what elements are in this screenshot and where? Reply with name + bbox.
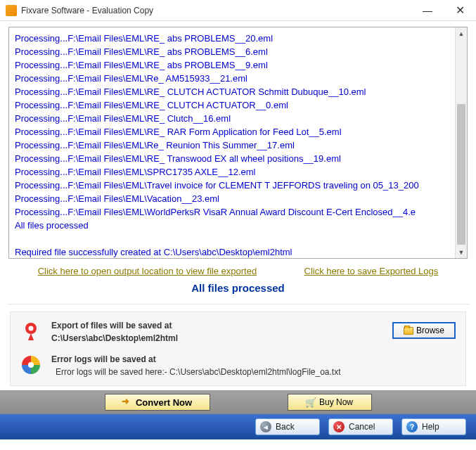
log-line: Processing...F:\Email Files\EML\SPRC1735… xyxy=(15,165,461,179)
convert-button[interactable]: Convert Now xyxy=(105,394,210,411)
export-row: Export of files will be saved at C:\User… xyxy=(20,319,456,345)
browse-button[interactable]: Browse xyxy=(392,322,456,339)
pin-icon xyxy=(20,321,41,342)
back-icon: ◄ xyxy=(260,421,271,432)
log-line: Processing...F:\Email Files\EML\RE_ abs … xyxy=(15,32,461,45)
log-line: Processing...F:\Email Files\EML\RE_ Tran… xyxy=(15,152,461,165)
browse-label: Browse xyxy=(416,326,444,335)
open-output-link[interactable]: Click here to open output location to vi… xyxy=(38,266,257,276)
errorlog-path: Error logs will be saved here:- C:\Users… xyxy=(51,366,456,378)
cancel-icon: ✕ xyxy=(333,421,345,432)
svg-point-2 xyxy=(28,362,34,368)
cancel-label: Cancel xyxy=(349,422,375,432)
log-line: Processing...F:\Email Files\EML\Travel i… xyxy=(15,179,461,192)
info-panel: Export of files will be saved at C:\User… xyxy=(10,311,466,386)
back-label: Back xyxy=(276,422,295,432)
log-line: Processing...F:\Email Files\EML\WorldPer… xyxy=(15,205,461,219)
divider xyxy=(7,304,469,304)
back-button[interactable]: ◄ Back xyxy=(255,418,320,435)
titlebar: Fixvare Software - Evaluation Copy — ✕ xyxy=(0,0,476,21)
export-path: C:\Users\abc\Desktop\eml2html xyxy=(51,332,392,345)
save-logs-link[interactable]: Click here to save Exported Logs xyxy=(304,266,439,276)
svg-point-1 xyxy=(29,326,34,331)
scroll-thumb[interactable] xyxy=(457,104,465,245)
help-label: Help xyxy=(422,422,439,432)
buy-button[interactable]: 🛒 Buy Now xyxy=(288,394,372,411)
log-textarea[interactable]: Processing...F:\Email Files\EML\RE_ abs … xyxy=(8,27,468,259)
app-icon xyxy=(6,5,17,16)
convert-icon xyxy=(122,397,132,407)
log-line: Processing...F:\Email Files\EML\Re_ Reun… xyxy=(15,139,461,152)
log-line: Processing...F:\Email Files\EML\RE_ abs … xyxy=(15,58,461,72)
close-button[interactable]: ✕ xyxy=(444,0,476,21)
log-line: Processing...F:\Email Files\EML\RE_ CLUT… xyxy=(15,85,461,98)
log-line: Processing...F:\Email Files\EML\Re_ AM51… xyxy=(15,72,461,85)
errorlog-header: Error logs will be saved at xyxy=(51,353,456,366)
log-line: Processing...F:\Email Files\EML\RE_ abs … xyxy=(15,45,461,58)
window-title: Fixvare Software - Evaluation Copy xyxy=(21,6,411,15)
log-line xyxy=(15,232,461,245)
scrollbar[interactable]: ▲ ▼ xyxy=(455,27,467,258)
convert-label: Convert Now xyxy=(136,397,192,408)
log-line: Required file successfully created at C:… xyxy=(15,245,461,259)
errorlog-row: Error logs will be saved at Error logs w… xyxy=(20,353,456,378)
folder-icon xyxy=(404,327,413,335)
status-text: All files processed xyxy=(0,278,476,304)
log-line: Processing...F:\Email Files\EML\Vacation… xyxy=(15,192,461,205)
scroll-down-icon[interactable]: ▼ xyxy=(456,246,467,258)
log-line: Processing...F:\Email Files\EML\RE_ RAR … xyxy=(15,125,461,139)
scroll-up-icon[interactable]: ▲ xyxy=(456,27,467,39)
export-header: Export of files will be saved at xyxy=(51,319,392,332)
help-button[interactable]: ? Help xyxy=(401,418,466,435)
log-line: Processing...F:\Email Files\EML\RE_ CLUT… xyxy=(15,98,461,112)
pie-icon xyxy=(20,354,41,375)
action-row: Convert Now 🛒 Buy Now xyxy=(0,390,476,414)
footer-row: ◄ Back ✕ Cancel ? Help xyxy=(0,414,476,439)
links-row: Click here to open output location to vi… xyxy=(0,262,476,278)
help-icon: ? xyxy=(406,421,418,432)
cancel-button[interactable]: ✕ Cancel xyxy=(328,418,393,435)
log-line: All files processed xyxy=(15,219,461,232)
buy-label: Buy Now xyxy=(319,397,353,407)
log-line: Processing...F:\Email Files\EML\RE_ Clut… xyxy=(15,112,461,125)
minimize-button[interactable]: — xyxy=(411,0,444,21)
cart-icon: 🛒 xyxy=(306,397,316,407)
